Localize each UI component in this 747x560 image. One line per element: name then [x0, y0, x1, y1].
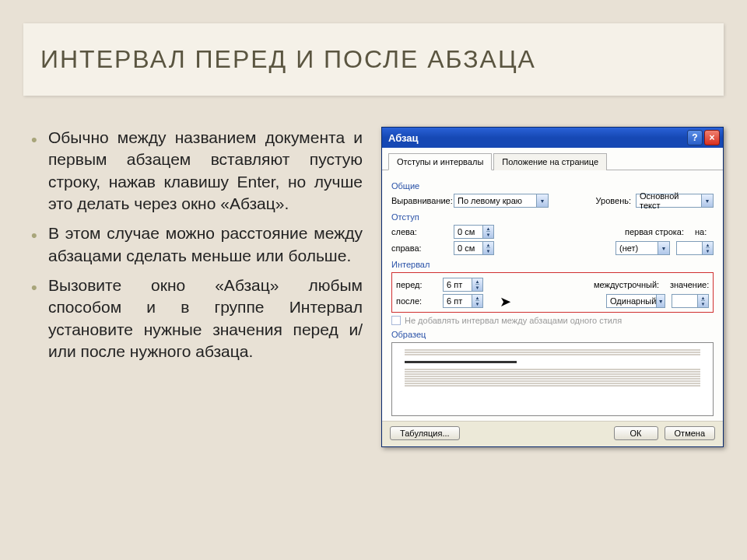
by-spinner[interactable]: ▲▼ — [676, 241, 714, 255]
preview-box — [391, 342, 714, 416]
left-indent-value: 0 см — [454, 227, 482, 236]
bullet-list: Обычно между названием документа и первы… — [23, 127, 363, 447]
help-button[interactable]: ? — [687, 130, 703, 145]
tabstops-button[interactable]: Табуляция... — [390, 426, 460, 440]
dialog-button-row: Табуляция... ОК Отмена — [382, 421, 723, 446]
group-indent: Отступ — [391, 212, 714, 222]
bullet-item: Обычно между названием документа и первы… — [31, 127, 363, 215]
dialog-title: Абзац — [388, 132, 419, 144]
firstline-label: первая строка: — [619, 227, 689, 236]
level-value: Основной текст — [640, 191, 701, 210]
spinner-buttons-icon: ▲▼ — [482, 242, 493, 254]
spacing-highlight: перед: 6 пт ▲▼ междустрочный: значение: — [391, 272, 714, 313]
lineval-spinner[interactable]: ▲▼ — [672, 294, 709, 308]
chevron-down-icon: ▼ — [701, 194, 713, 207]
alignment-value: По левому краю — [458, 196, 536, 205]
group-spacing: Интервал — [391, 260, 714, 269]
slide: ИНТЕРВАЛ ПЕРЕД И ПОСЛЕ АБЗАЦА Обычно меж… — [0, 23, 747, 560]
cancel-button[interactable]: Отмена — [665, 426, 715, 440]
title-container: ИНТЕРВАЛ ПЕРЕД И ПОСЛЕ АБЗАЦА — [23, 23, 724, 96]
spinner-buttons-icon: ▲▼ — [482, 226, 493, 238]
ok-button[interactable]: ОК — [614, 426, 658, 440]
noadd-checkbox[interactable] — [391, 316, 401, 325]
right-indent-label: справа: — [391, 243, 454, 253]
right-indent-value: 0 см — [454, 243, 482, 253]
slide-title: ИНТЕРВАЛ ПЕРЕД И ПОСЛЕ АБЗАЦА — [40, 45, 707, 74]
tab-pageposition[interactable]: Положение на странице — [493, 153, 607, 170]
close-button[interactable]: × — [704, 130, 720, 145]
after-label: после: — [396, 296, 443, 306]
left-indent-spinner[interactable]: 0 см ▲▼ — [454, 225, 494, 239]
dialog-titlebar[interactable]: Абзац ? × — [382, 128, 723, 148]
before-spinner[interactable]: 6 пт ▲▼ — [443, 278, 483, 292]
level-combo[interactable]: Основной текст ▼ — [636, 194, 714, 208]
tab-strip: Отступы и интервалы Положение на страниц… — [382, 148, 723, 170]
after-value: 6 пт — [444, 296, 472, 306]
noadd-row[interactable]: Не добавлять интервал между абзацами одн… — [391, 316, 714, 325]
spinner-buttons-icon: ▲▼ — [702, 242, 713, 254]
bullet-item: Вызовите окно «Абзац» любым способом и в… — [31, 275, 363, 362]
before-label: перед: — [396, 280, 443, 289]
bullet-item: В этом случае можно расстояние между абз… — [31, 222, 363, 267]
group-preview: Образец — [391, 330, 714, 339]
left-indent-label: слева: — [391, 227, 454, 236]
group-general: Общие — [391, 181, 714, 191]
spinner-buttons-icon: ▲▼ — [472, 278, 482, 291]
paragraph-dialog: Абзац ? × Отступы и интервалы Положение … — [381, 127, 724, 447]
alignment-combo[interactable]: По левому краю ▼ — [454, 194, 549, 208]
before-value: 6 пт — [444, 280, 472, 289]
dialog-panel: Общие Выравнивание: По левому краю ▼ Уро… — [382, 170, 723, 421]
linespacing-value: Одинарный — [610, 296, 656, 306]
spinner-buttons-icon: ▲▼ — [697, 295, 708, 307]
right-indent-spinner[interactable]: 0 см ▲▼ — [454, 241, 494, 255]
noadd-label: Не добавлять интервал между абзацами одн… — [405, 316, 622, 325]
tab-indents[interactable]: Отступы и интервалы — [388, 153, 492, 170]
level-label: Уровень: — [592, 196, 636, 205]
by-label: на: — [695, 227, 714, 236]
firstline-value: (нет) — [619, 243, 658, 253]
chevron-down-icon: ▼ — [656, 295, 665, 307]
lineval-label: значение: — [670, 280, 709, 289]
content-row: Обычно между названием документа и первы… — [23, 127, 724, 447]
linespacing-label: междустрочный: — [594, 280, 664, 289]
firstline-combo[interactable]: (нет) ▼ — [615, 241, 670, 255]
after-spinner[interactable]: 6 пт ▲▼ — [443, 294, 483, 308]
alignment-label: Выравнивание: — [391, 196, 454, 205]
spinner-buttons-icon: ▲▼ — [472, 295, 482, 307]
chevron-down-icon: ▼ — [536, 194, 548, 207]
linespacing-combo[interactable]: Одинарный ▼ — [606, 294, 665, 308]
chevron-down-icon: ▼ — [658, 242, 669, 254]
